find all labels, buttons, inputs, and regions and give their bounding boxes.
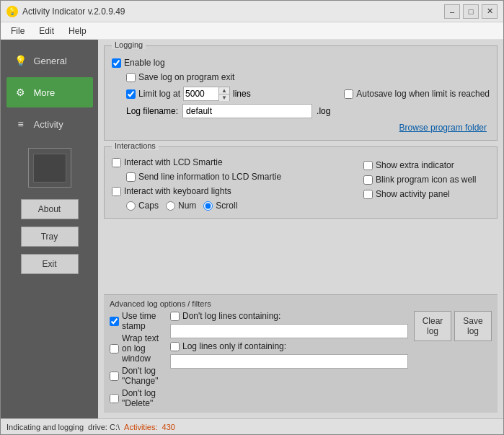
advanced-title: Advanced log options / filters [110,299,492,308]
spin-arrows: ▲ ▼ [219,87,230,101]
sidebar-item-more[interactable]: ⚙ More [6,77,93,107]
show-extra-label[interactable]: Show extra indicator [363,160,490,170]
dont-log-change-label[interactable]: Don't log "Change" [110,366,164,386]
sidebar-item-general[interactable]: 💡 General [6,45,93,76]
dont-log-containing-checkbox[interactable] [170,312,180,321]
advanced-left: Use time stamp Wrap text on log window D… [110,311,164,408]
filename-ext: .log [317,106,330,116]
left-interactions: Interact with LCD Smartie Send line info… [112,157,356,211]
browse-link[interactable]: Browse program folder [399,123,487,133]
window-title: Activity Indicator v.2.0.9.49 [22,6,444,17]
limit-value-input[interactable]: 5000 [183,87,219,101]
general-icon: 💡 [14,53,28,68]
sidebar-label-activity: Activity [34,119,63,130]
use-timestamp-label[interactable]: Use time stamp [110,311,164,331]
dont-log-change-checkbox[interactable] [110,372,119,381]
limit-log-label[interactable]: Limit log at [126,89,180,99]
interactions-group: Interactions Interact with LCD Smartie [104,146,498,219]
more-icon: ⚙ [14,85,28,100]
keyboard-label[interactable]: Interact with keyboard lights [112,186,231,196]
radio-scroll[interactable] [203,201,213,211]
blink-icon-label[interactable]: Blink program icon as well [363,175,490,185]
main-window: 💡 Activity Indicator v.2.0.9.49 – □ ✕ Fi… [0,0,504,435]
spin-down-button[interactable]: ▼ [219,95,229,101]
menu-file[interactable]: File [4,25,32,38]
drive-text: drive: C:\ [88,423,120,431]
indicating-text: Indicating and logging [6,423,84,431]
radio-caps-label[interactable]: Caps [126,201,159,211]
menu-edit[interactable]: Edit [32,25,61,38]
maximize-button[interactable]: □ [463,4,479,19]
status-bar: Indicating and logging drive: C:\ Activi… [1,418,503,434]
window-controls: – □ ✕ [444,4,498,19]
wrap-text-label[interactable]: Wrap text on log window [110,333,164,364]
keyboard-checkbox[interactable] [112,187,121,196]
preview-inner [33,154,66,183]
filename-input[interactable] [182,104,312,118]
minimize-button[interactable]: – [444,4,460,19]
lcd-label[interactable]: Interact with LCD Smartie [112,157,223,167]
spin-up-button[interactable]: ▲ [219,87,229,95]
radio-num[interactable] [166,201,175,211]
autosave-label[interactable]: Autosave log when limit is reached [344,89,490,99]
log-buttons: Clearlog Savelog [414,311,492,408]
activities-label: Activities: [124,423,157,431]
radio-caps[interactable] [126,201,136,211]
show-extra-checkbox[interactable] [363,161,373,170]
close-button[interactable]: ✕ [482,4,498,19]
activities-count: 430 [162,423,175,431]
main-area: Logging Enable log Save log on program e… [98,40,503,418]
radio-caps-text: Caps [138,201,159,211]
save-log-checkbox[interactable] [126,73,136,82]
show-activity-label[interactable]: Show activity panel [363,189,490,199]
exit-button[interactable]: Exit [21,254,79,274]
dont-log-input[interactable] [170,324,408,338]
activity-icon: ≡ [14,117,28,131]
dont-log-delete-checkbox[interactable] [110,394,119,403]
advanced-content: Use time stamp Wrap text on log window D… [110,311,492,408]
interactions-group-title: Interactions [112,141,159,150]
show-activity-checkbox[interactable] [363,190,373,199]
about-button[interactable]: About [21,199,79,219]
wrap-text-checkbox[interactable] [110,344,119,353]
radio-scroll-text: Scroll [216,201,237,211]
sidebar: 💡 General ⚙ More ≡ Activity About Tray E… [1,40,98,418]
log-lines-only-label[interactable]: Log lines only if containing: [170,341,286,351]
menu-bar: File Edit Help [1,22,503,40]
content-area: 💡 General ⚙ More ≡ Activity About Tray E… [1,40,503,418]
dont-log-delete-label[interactable]: Don't log "Delete" [110,388,164,408]
blink-icon-checkbox[interactable] [363,175,373,185]
dont-log-row: Don't log lines containing: [170,311,408,321]
send-line-label[interactable]: Send line information to LCD Smartie [126,172,281,182]
log-lines-input[interactable] [170,354,408,369]
title-bar: 💡 Activity Indicator v.2.0.9.49 – □ ✕ [1,1,503,22]
preview-box [28,148,71,188]
use-timestamp-checkbox[interactable] [110,317,119,326]
menu-help[interactable]: Help [61,25,94,38]
autosave-checkbox[interactable] [344,89,353,99]
enable-log-checkbox[interactable] [112,58,121,68]
save-log-button[interactable]: Savelog [454,311,492,341]
radio-num-text: Num [178,201,196,211]
tray-button[interactable]: Tray [21,227,79,247]
limit-log-checkbox[interactable] [126,89,136,99]
radio-num-label[interactable]: Num [166,201,196,211]
sidebar-item-activity[interactable]: ≡ Activity [6,109,93,139]
spacer [104,224,498,289]
dont-log-containing-label[interactable]: Don't log lines containing: [170,311,280,321]
send-line-checkbox[interactable] [126,172,136,182]
enable-log-label[interactable]: Enable log [112,58,165,68]
log-lines-row: Log lines only if containing: [170,341,408,351]
radio-scroll-label[interactable]: Scroll [203,201,237,211]
sidebar-label-more: More [34,87,56,98]
logging-group-title: Logging [112,40,146,49]
lcd-checkbox[interactable] [112,158,121,167]
clear-log-button[interactable]: Clearlog [414,311,451,341]
save-log-label[interactable]: Save log on program exit [126,72,234,82]
right-interactions: Show extra indicator Blink program icon … [363,157,490,211]
app-icon: 💡 [6,6,18,17]
logging-group: Logging Enable log Save log on program e… [104,45,498,141]
advanced-section: Advanced log options / filters Use time … [104,294,498,413]
log-lines-only-checkbox[interactable] [170,342,180,351]
advanced-right: Don't log lines containing: Log lines on… [170,311,408,408]
